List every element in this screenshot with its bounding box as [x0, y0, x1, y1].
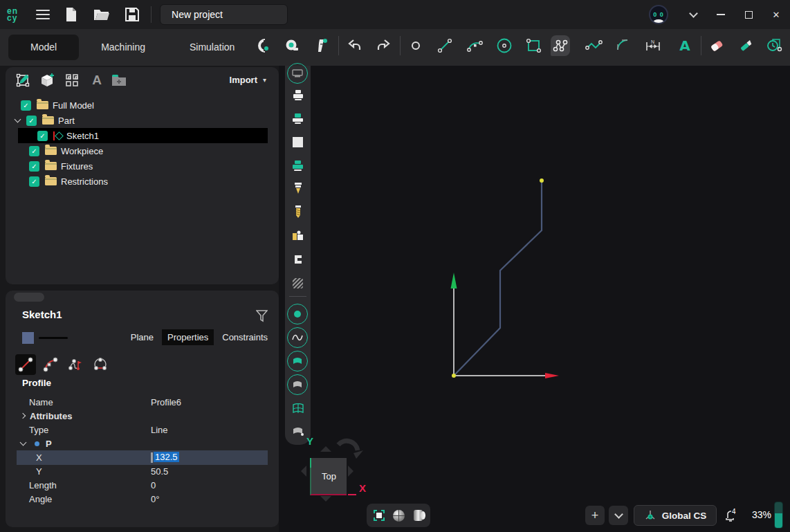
- expand-chevron-icon[interactable]: [20, 439, 27, 446]
- fillet-corner-icon[interactable]: [614, 35, 633, 56]
- property-row-x[interactable]: X 132.5: [6, 450, 279, 464]
- draw-point-icon[interactable]: [406, 35, 425, 56]
- history-clock-icon[interactable]: [765, 35, 784, 56]
- viewport[interactable]: Top Y X + Global CS 4 33%: [279, 66, 790, 532]
- property-group-p[interactable]: P: [6, 437, 279, 450]
- collapse-chevron-icon[interactable]: [20, 413, 26, 419]
- eraser-icon[interactable]: [707, 35, 726, 56]
- tree-row-restrictions[interactable]: ✓ Restrictions: [6, 174, 279, 189]
- dimension-icon[interactable]: N: [643, 35, 663, 56]
- curves-filter-icon[interactable]: [287, 327, 308, 348]
- property-value[interactable]: Profile6: [151, 397, 181, 407]
- checkbox-checked[interactable]: ✓: [29, 161, 39, 172]
- draw-circle-icon[interactable]: [495, 35, 514, 56]
- sheet-body-filter-icon[interactable]: [289, 423, 306, 440]
- property-value[interactable]: Line: [151, 425, 168, 435]
- tab-plane[interactable]: Plane: [125, 329, 159, 345]
- project-name-field[interactable]: New project: [160, 4, 288, 25]
- tab-properties[interactable]: Properties: [162, 329, 214, 345]
- zoom-slider[interactable]: [774, 502, 783, 529]
- account-dropdown-chevron-icon[interactable]: [679, 0, 707, 29]
- tab-machining[interactable]: Machining: [79, 35, 167, 60]
- draw-line-icon[interactable]: [435, 35, 454, 56]
- segment-line-icon[interactable]: [15, 354, 36, 375]
- property-row-attributes[interactable]: Attributes: [6, 409, 279, 423]
- material-view-icon[interactable]: [411, 508, 425, 522]
- fixture-filter-icon[interactable]: [289, 228, 306, 244]
- add-cs-button[interactable]: +: [585, 506, 605, 525]
- draw-arc-icon[interactable]: [465, 35, 484, 56]
- faces-filter-icon[interactable]: [287, 374, 308, 395]
- draw-rectangle-icon[interactable]: [524, 35, 544, 56]
- x-value-field[interactable]: 132.5: [151, 452, 179, 463]
- property-value[interactable]: 0: [151, 480, 156, 490]
- property-value[interactable]: 0°: [151, 494, 159, 504]
- add-folder-icon[interactable]: [111, 72, 127, 89]
- draw-polyline-icon[interactable]: [584, 35, 603, 56]
- segment-polyline-flag-icon[interactable]: [65, 354, 86, 375]
- cs-dropdown-button[interactable]: [609, 506, 628, 525]
- new-file-icon[interactable]: [62, 6, 80, 24]
- segment-arc-icon[interactable]: [40, 354, 61, 375]
- property-row-y[interactable]: Y 50.5: [6, 464, 279, 478]
- draw-profile-icon[interactable]: [551, 35, 570, 56]
- maximize-button[interactable]: [735, 0, 762, 29]
- create-sketch-icon[interactable]: [15, 72, 32, 89]
- checkbox-checked[interactable]: ✓: [29, 146, 39, 156]
- snap-magnet-icon[interactable]: [252, 35, 272, 56]
- holder-filter-icon[interactable]: [289, 86, 306, 103]
- property-value[interactable]: 50.5: [151, 466, 168, 477]
- tool-assembly-filter-icon[interactable]: [289, 157, 306, 174]
- adapter-filter-icon[interactable]: [289, 110, 306, 127]
- segment-closed-curve-icon[interactable]: [90, 354, 111, 375]
- global-cs-button[interactable]: Global CS: [634, 505, 717, 526]
- tree-row-sketch1[interactable]: ✓ Sketch1: [6, 128, 279, 143]
- add-text-icon[interactable]: A: [89, 72, 105, 89]
- hamburger-menu-icon[interactable]: [36, 7, 50, 22]
- close-button[interactable]: ✕: [762, 0, 790, 29]
- filter-icon[interactable]: [256, 310, 268, 322]
- rotate-right-arrow-icon[interactable]: [348, 466, 359, 477]
- redo-icon[interactable]: [374, 35, 393, 56]
- tree-row-fixtures[interactable]: ✓ Fixtures: [6, 158, 279, 174]
- open-folder-icon[interactable]: [93, 6, 111, 24]
- notifications-button[interactable]: 4: [721, 505, 742, 526]
- line-style-preview[interactable]: [39, 337, 68, 339]
- workpiece-filter-icon[interactable]: [289, 134, 306, 150]
- rotate-up-arrow-icon[interactable]: [320, 441, 331, 452]
- tree-row-part[interactable]: ✓ Part: [6, 113, 279, 128]
- tree-row-full-model[interactable]: ✓ Full Model: [6, 98, 279, 113]
- checkbox-checked[interactable]: ✓: [37, 131, 48, 141]
- tab-constraints[interactable]: Constraints: [217, 329, 273, 345]
- points-filter-icon[interactable]: [287, 304, 308, 324]
- rotate-down-arrow-icon[interactable]: [320, 496, 331, 507]
- property-row-angle[interactable]: Angle 0°: [6, 492, 279, 506]
- property-value[interactable]: 132.5: [154, 452, 179, 462]
- restriction-hatch-filter-icon[interactable]: [289, 275, 306, 291]
- text-tool-icon[interactable]: A: [675, 35, 695, 56]
- tab-simulation[interactable]: Simulation: [167, 35, 248, 60]
- pattern-array-icon[interactable]: [64, 72, 80, 89]
- tab-model[interactable]: Model: [8, 35, 79, 60]
- rotate-left-arrow-icon[interactable]: [295, 466, 306, 477]
- mesh-filter-icon[interactable]: [289, 400, 306, 416]
- surfaces-filter-icon[interactable]: [287, 351, 308, 372]
- checkbox-checked[interactable]: ✓: [29, 176, 39, 187]
- property-row-length[interactable]: Length 0: [6, 478, 279, 492]
- caliper-icon[interactable]: [312, 35, 331, 56]
- tap-tool-filter-icon[interactable]: [289, 180, 306, 196]
- trim-knife-icon[interactable]: [737, 35, 756, 56]
- drill-filter-icon[interactable]: [289, 203, 306, 220]
- minimize-button[interactable]: [707, 0, 735, 29]
- checkbox-checked[interactable]: ✓: [21, 100, 31, 111]
- import-button[interactable]: Import ▾: [230, 75, 266, 85]
- measure-tape-icon[interactable]: [282, 35, 302, 56]
- shading-mode-icon[interactable]: [392, 508, 405, 522]
- sketch-color-swatch[interactable]: [22, 332, 34, 344]
- fit-view-icon[interactable]: [372, 508, 386, 522]
- save-icon[interactable]: [123, 6, 141, 24]
- user-avatar[interactable]: 0 0: [649, 5, 668, 24]
- undo-icon[interactable]: [345, 35, 365, 56]
- tool-holder-filter-icon[interactable]: [287, 63, 308, 84]
- view-cube[interactable]: Top: [310, 458, 347, 495]
